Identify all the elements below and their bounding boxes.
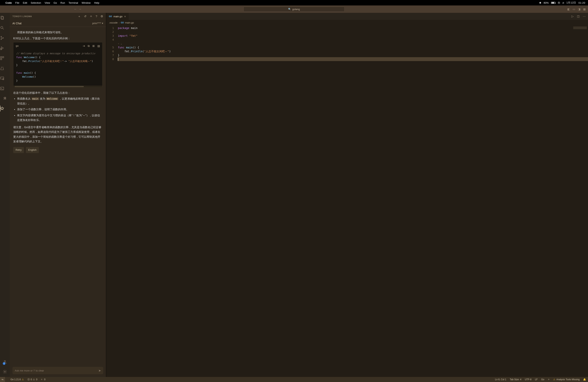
warning-icon: ⚠ xyxy=(553,378,555,381)
chat-mode-label: AI Chat xyxy=(12,22,21,25)
explorer-icon[interactable] xyxy=(0,15,10,21)
insert-at-cursor-icon[interactable]: ⇥ xyxy=(83,43,85,48)
more-actions-icon[interactable]: ⋯ xyxy=(583,15,586,18)
menu-window[interactable]: Window xyxy=(82,1,91,4)
panel-settings-icon[interactable]: ⚙ xyxy=(101,15,103,18)
status-go-version[interactable]: Go 1.21.6⚠ xyxy=(10,378,24,381)
terminal-panel-icon[interactable] xyxy=(0,85,10,91)
status-bell-icon[interactable]: 🔔 xyxy=(583,378,586,381)
new-file-icon[interactable]: ⊞ xyxy=(92,43,95,48)
chat-scroll-area[interactable]: 用更标准的标点和格式来增加可读性。 针对以上几点，下面是一个优化后的代码示例： … xyxy=(10,27,106,367)
breadcrumb[interactable]: .vscode › GO main.go xyxy=(106,20,588,25)
model-selector[interactable]: prim**** ▾ xyxy=(92,22,103,25)
chevron-down-icon: ▾ xyxy=(102,22,103,25)
code-editor[interactable]: 12345678 ✧ ⌄ package main import "fmt" f… xyxy=(106,25,588,377)
code-block: go ⇥ ⧉ ⊞ ▤ // Welcome displays a message… xyxy=(13,42,103,88)
testing-icon[interactable] xyxy=(0,65,10,71)
activity-bar: Я 1 xyxy=(0,13,10,377)
tongyi-lingma-icon[interactable] xyxy=(0,106,10,111)
diff-icon[interactable]: ▤ xyxy=(97,43,100,48)
status-analysis[interactable]: ⚠Analysis Tools Missing xyxy=(553,378,580,381)
battery-icon[interactable] xyxy=(551,2,555,4)
menu-go[interactable]: Go xyxy=(53,1,57,4)
svg-point-16 xyxy=(4,371,5,372)
tab-close-icon[interactable]: ✕ xyxy=(124,15,126,18)
chat-input-field[interactable] xyxy=(15,369,98,372)
status-cursor[interactable]: Ln 8, Col 1 xyxy=(495,378,506,381)
warning-icon: ⚠ xyxy=(22,378,24,381)
command-center-text: golang xyxy=(292,8,300,11)
status-eol[interactable]: LF xyxy=(535,378,538,381)
settings-gear-icon[interactable] xyxy=(3,369,7,375)
svg-line-3 xyxy=(3,28,4,30)
split-editor-icon[interactable]: ◫ xyxy=(577,15,580,18)
accounts-badge: 1 xyxy=(3,362,5,365)
menubar-date[interactable]: 1月12日 xyxy=(567,1,576,4)
new-chat-icon[interactable]: ＋ xyxy=(78,15,81,18)
svg-rect-9 xyxy=(0,57,2,58)
extensions-icon[interactable] xyxy=(0,55,10,61)
chat-note: 请注意，Go语言中通常省略简单的函数的注释，尤其是当函数名已经足够清晰的时候。然… xyxy=(13,125,103,144)
sidebar-title-row: TONGYI LINGMA ＋ ↺ ✧ ? ⚙ xyxy=(10,13,106,20)
chat-subheader: AI Chat prim**** ▾ xyxy=(10,20,106,27)
remote-indicator[interactable]: ⇋ xyxy=(0,377,5,382)
search-icon[interactable] xyxy=(0,25,10,31)
english-button[interactable]: English xyxy=(26,147,39,153)
svg-point-5 xyxy=(1,39,1,40)
run-debug-icon[interactable] xyxy=(0,45,10,51)
send-icon[interactable]: ➤ xyxy=(98,369,101,372)
yandex-icon[interactable]: Я xyxy=(0,96,10,101)
mac-menubar: Code File Edit Selection View Go Run Ter… xyxy=(0,0,588,5)
go-file-icon: GO xyxy=(121,21,124,24)
link-icon[interactable]: ⦿ xyxy=(558,1,560,4)
menubar-time[interactable]: 01:20 xyxy=(578,1,585,4)
control-center-icon[interactable]: ⎚ xyxy=(563,1,564,4)
battery-percent: 80% xyxy=(544,1,549,4)
wechat-icon[interactable]: ✺ xyxy=(539,1,541,4)
status-ports[interactable]: ᯤ0 xyxy=(41,378,45,381)
menu-file[interactable]: File xyxy=(15,1,20,4)
code-lang-label: go xyxy=(16,44,19,48)
chat-bullet-2: 添加了一个函数注释，说明了函数的作用。 xyxy=(17,107,103,112)
history-icon[interactable]: ↺ xyxy=(84,15,87,18)
svg-point-6 xyxy=(2,38,3,38)
toggle-primary-sidebar-icon[interactable]: ◧ xyxy=(567,8,570,11)
breadcrumb-file[interactable]: main.go xyxy=(125,21,134,24)
retry-button[interactable]: Retry xyxy=(13,147,24,153)
source-control-icon[interactable] xyxy=(0,35,10,41)
svg-rect-14 xyxy=(0,87,4,90)
toggle-panel-icon[interactable]: ▭ xyxy=(573,8,575,11)
accounts-icon[interactable]: 1 xyxy=(3,359,7,365)
nav-forward-icon[interactable]: → xyxy=(79,7,82,11)
menu-run[interactable]: Run xyxy=(61,1,65,4)
run-file-icon[interactable]: ▷ xyxy=(571,15,574,18)
mac-app-name[interactable]: Code xyxy=(5,1,12,4)
svg-point-4 xyxy=(1,36,1,37)
menu-terminal[interactable]: Terminal xyxy=(69,1,78,4)
command-center[interactable]: 🔍 golang xyxy=(243,7,345,12)
menu-help[interactable]: Help xyxy=(94,1,99,4)
breadcrumb-root[interactable]: .vscode xyxy=(109,21,118,24)
copy-code-icon[interactable]: ⧉ xyxy=(88,43,90,48)
nav-back-icon[interactable]: ← xyxy=(74,7,77,11)
minimap[interactable] xyxy=(570,25,588,377)
status-encoding[interactable]: UTF-8 xyxy=(525,378,531,381)
code-horizontal-scrollbar[interactable] xyxy=(13,85,102,87)
menu-selection[interactable]: Selection xyxy=(31,1,41,4)
prompts-icon[interactable]: ✧ xyxy=(90,15,93,18)
status-problems[interactable]: ⓧ0⚠0 xyxy=(27,378,37,381)
chat-input[interactable]: ➤ xyxy=(12,367,103,374)
tab-main-go[interactable]: GO main.go ✕ xyxy=(106,13,129,20)
help-icon[interactable]: ? xyxy=(96,15,97,18)
breadcrumb-separator-icon: › xyxy=(119,21,120,24)
status-copilot-icon[interactable]: ✧ xyxy=(548,378,550,381)
menu-view[interactable]: View xyxy=(44,1,50,4)
remote-explorer-icon[interactable] xyxy=(0,75,10,81)
sidebar-panel: TONGYI LINGMA ＋ ↺ ✧ ? ⚙ AI Chat prim****… xyxy=(10,13,106,377)
customize-layout-icon[interactable]: ▦ xyxy=(583,8,586,11)
menu-edit[interactable]: Edit xyxy=(23,1,27,4)
line-gutter: 12345678 xyxy=(106,25,117,61)
toggle-secondary-sidebar-icon[interactable]: ◨ xyxy=(578,8,580,11)
status-language[interactable]: Go xyxy=(541,378,544,381)
status-tabsize[interactable]: Tab Size: 4 xyxy=(510,378,521,381)
